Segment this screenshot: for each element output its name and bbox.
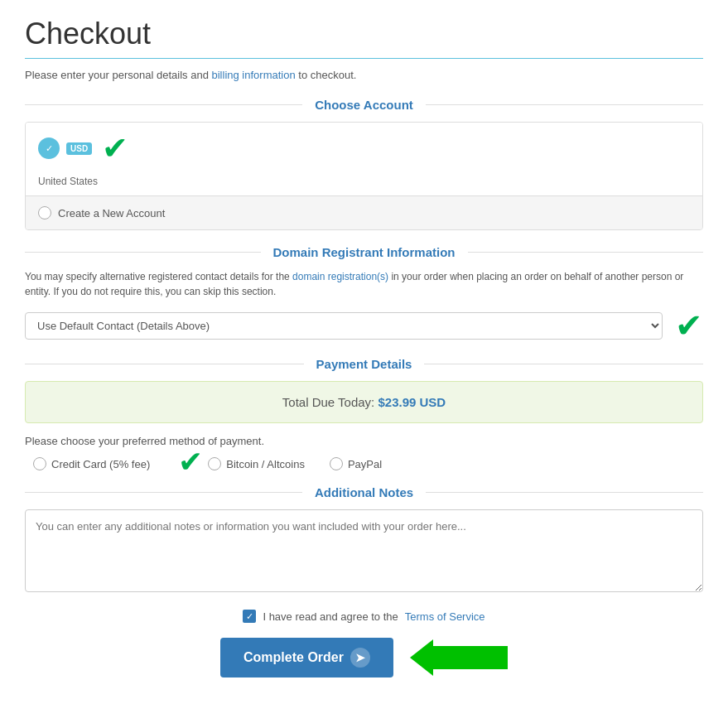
- payment-pref-text: Please choose your preferred method of p…: [25, 435, 703, 447]
- tos-row: ✓ I have read and agree to the Terms of …: [25, 610, 703, 623]
- domain-info-text: You may specify alternative registered c…: [25, 269, 703, 299]
- bitcoin-checkmark-icon: ✔: [178, 447, 203, 477]
- total-due-amount: $23.99 USD: [378, 395, 446, 409]
- domain-registrant-title: Domain Registrant Information: [261, 245, 468, 259]
- paypal-radio[interactable]: [330, 457, 343, 470]
- choose-account-divider: Choose Account: [25, 98, 703, 112]
- credit-card-radio[interactable]: [33, 457, 46, 470]
- domain-contact-select[interactable]: Use Default Contact (Details Above) Ente…: [25, 312, 663, 340]
- payment-method-paypal[interactable]: PayPal: [330, 457, 382, 470]
- create-new-label: Create a New Account: [58, 207, 165, 219]
- paypal-label: PayPal: [348, 458, 382, 470]
- domain-checkmark-icon: ✔: [675, 309, 703, 342]
- tos-label: I have read and agree to the: [263, 610, 398, 623]
- account-check-icon: ✓: [38, 137, 60, 159]
- complete-order-button[interactable]: Complete Order ➤: [220, 638, 393, 677]
- additional-notes-divider: Additional Notes: [25, 485, 703, 499]
- additional-notes-title: Additional Notes: [302, 485, 426, 499]
- total-due-box: Total Due Today: $23.99 USD: [25, 381, 703, 423]
- bitcoin-radio[interactable]: [208, 457, 221, 470]
- account-box: ✓ USD ✔ United States Create a New Accou…: [25, 122, 703, 230]
- domain-select-row: Use Default Contact (Details Above) Ente…: [25, 309, 703, 342]
- additional-notes-textarea[interactable]: [25, 509, 703, 592]
- payment-method-credit-card[interactable]: Credit Card (5% fee): [33, 457, 150, 470]
- total-due-label: Total Due Today:: [282, 395, 374, 409]
- choose-account-title: Choose Account: [302, 98, 426, 112]
- arrow-head: [410, 639, 433, 676]
- arrow-body: [433, 646, 508, 669]
- payment-method-bitcoin[interactable]: Bitcoin / Altcoins: [208, 457, 305, 470]
- intro-text: Please enter your personal details and b…: [25, 69, 703, 81]
- create-new-account-row[interactable]: Create a New Account: [26, 195, 702, 229]
- bitcoin-label: Bitcoin / Altcoins: [226, 458, 305, 470]
- payment-details-title: Payment Details: [304, 357, 425, 371]
- credit-card-label: Credit Card (5% fee): [51, 458, 150, 470]
- payment-details-divider: Payment Details: [25, 357, 703, 371]
- green-arrow-indicator: [410, 639, 508, 676]
- payment-methods: Credit Card (5% fee) ✔ Bitcoin / Altcoin…: [25, 457, 703, 470]
- create-new-radio[interactable]: [38, 206, 51, 219]
- currency-badge: USD: [66, 142, 92, 155]
- account-checkmark-icon: ✔: [102, 133, 128, 164]
- account-country: United States: [26, 174, 702, 195]
- selected-account-row[interactable]: ✓ USD ✔: [26, 123, 702, 174]
- tos-link[interactable]: Terms of Service: [405, 610, 485, 623]
- tos-checkbox[interactable]: ✓: [243, 610, 256, 623]
- page-title: Checkout: [25, 17, 703, 51]
- title-divider: [25, 58, 703, 59]
- complete-order-arrow-icon: ➤: [350, 648, 370, 668]
- complete-order-label: Complete Order: [243, 650, 344, 665]
- domain-registrant-divider: Domain Registrant Information: [25, 245, 703, 259]
- complete-order-row: Complete Order ➤: [25, 638, 703, 677]
